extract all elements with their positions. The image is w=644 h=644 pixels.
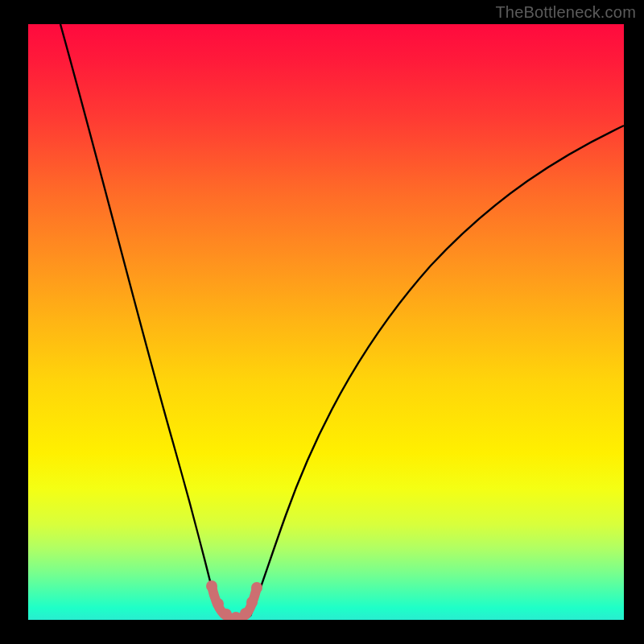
curve-right-branch (250, 126, 624, 616)
svg-point-5 (246, 597, 258, 608)
curve-left-branch (60, 24, 221, 616)
minimum-marker-dots (206, 580, 262, 620)
attribution-text: TheBottleneck.com (495, 3, 636, 22)
bottleneck-curve (28, 24, 624, 620)
svg-point-4 (240, 608, 251, 619)
svg-point-2 (221, 609, 232, 620)
plot-area (28, 24, 624, 620)
chart-frame: TheBottleneck.com (0, 0, 644, 644)
svg-point-6 (251, 582, 262, 593)
svg-point-0 (206, 580, 217, 592)
svg-point-1 (213, 598, 224, 609)
